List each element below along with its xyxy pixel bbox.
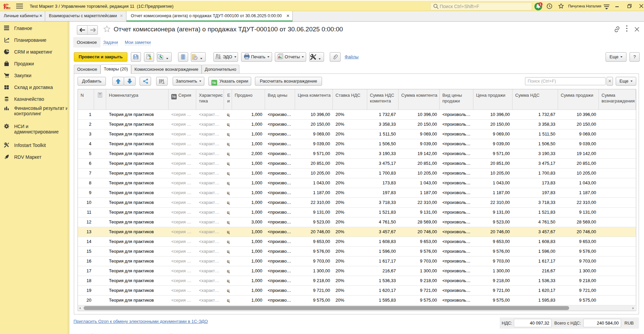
- svg-text:1: 1: [539, 2, 541, 6]
